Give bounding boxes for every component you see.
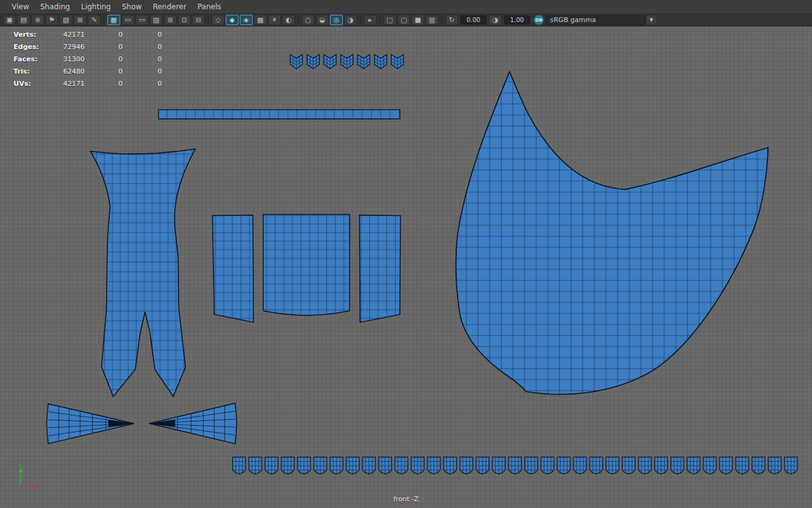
toolbar-separator xyxy=(360,16,361,24)
fringe-piece[interactable] xyxy=(232,457,245,475)
fringe-piece[interactable] xyxy=(460,457,473,475)
fringe-piece[interactable] xyxy=(249,457,262,475)
menu-item-renderer[interactable]: Renderer xyxy=(147,1,192,12)
safe-action-icon[interactable]: ⊡ xyxy=(178,15,191,25)
gate-mask-icon[interactable]: ▨ xyxy=(150,15,163,25)
pan-zoom-icon[interactable]: ⊞ xyxy=(74,15,86,25)
hud-row-label: UVs: xyxy=(13,78,53,90)
bookmark-icon[interactable]: ⚑ xyxy=(45,15,58,25)
fringe-piece[interactable] xyxy=(395,457,408,475)
fringe-piece[interactable] xyxy=(476,457,489,475)
ambient-occlusion-icon[interactable]: ○ xyxy=(302,15,315,25)
fringe-piece[interactable] xyxy=(557,457,570,475)
fringe-piece[interactable] xyxy=(411,457,424,475)
gamma-field[interactable] xyxy=(504,15,530,25)
grease-pencil-icon[interactable]: ✎ xyxy=(88,15,101,25)
fringe-piece[interactable] xyxy=(622,457,635,475)
menu-item-show[interactable]: Show xyxy=(117,1,147,12)
uv-fan-left[interactable] xyxy=(47,404,134,444)
uv-panel-right[interactable] xyxy=(359,215,400,323)
depth-of-field-icon[interactable]: ◑ xyxy=(344,15,357,25)
xray-icon[interactable]: □ xyxy=(383,15,396,25)
add-camera-icon[interactable]: ⊕ xyxy=(31,15,44,25)
uv-crescent-piece[interactable] xyxy=(456,72,768,394)
fringe-piece[interactable] xyxy=(297,457,310,475)
fringe-piece[interactable] xyxy=(492,457,505,475)
grid-toggle-icon[interactable]: ▦ xyxy=(107,15,120,25)
gamma-icon[interactable]: ◑ xyxy=(489,15,502,25)
select-camera-icon[interactable]: ▣ xyxy=(3,15,16,25)
fringe-piece[interactable] xyxy=(427,457,440,475)
fringe-piece[interactable] xyxy=(362,457,375,475)
chevron-piece[interactable] xyxy=(358,55,370,69)
fringe-piece[interactable] xyxy=(525,457,538,475)
motion-blur-icon[interactable]: ◒ xyxy=(316,15,329,25)
view-transform-dropdown[interactable]: sRGB gamma xyxy=(546,15,645,25)
toolbar-icon-groups: ▣▤⊕⚑▧⊞✎▦▭▭▨⊞⊡⊟◇◆◈▩☀◐○◒◎◑▸□▢■▥ xyxy=(2,15,439,25)
uv-strip-piece[interactable] xyxy=(159,110,400,119)
textured-icon[interactable]: ◈ xyxy=(240,15,253,25)
fringe-piece[interactable] xyxy=(606,457,619,475)
chevron-piece[interactable] xyxy=(375,55,387,69)
uv-dress-piece[interactable] xyxy=(91,149,196,396)
fringe-piece[interactable] xyxy=(703,457,716,475)
dropdown-arrow-icon[interactable]: ▼ xyxy=(646,15,657,25)
fringe-piece[interactable] xyxy=(265,457,278,475)
chevron-piece[interactable] xyxy=(324,55,336,69)
camera-icon[interactable]: ▤ xyxy=(17,15,30,25)
fringe-piece[interactable] xyxy=(314,457,327,475)
toolbar-separator xyxy=(298,16,299,24)
menu-item-panels[interactable]: Panels xyxy=(192,1,227,12)
menu-item-view[interactable]: View xyxy=(6,1,34,12)
wireframe-icon[interactable]: ◇ xyxy=(212,15,224,25)
chevron-piece[interactable] xyxy=(307,55,320,69)
fringe-piece[interactable] xyxy=(638,457,651,475)
uv-fan-right[interactable] xyxy=(150,403,237,444)
exposure-field[interactable] xyxy=(461,15,486,25)
color-management-badge[interactable]: GN xyxy=(534,15,544,25)
fringe-piece[interactable] xyxy=(573,457,586,475)
fringe-piece[interactable] xyxy=(736,457,749,475)
fringe-piece[interactable] xyxy=(752,457,765,475)
hud-row-col2: 0 xyxy=(85,66,123,78)
uv-panel-center[interactable] xyxy=(263,215,350,315)
fringe-piece[interactable] xyxy=(508,457,521,475)
film-gate-icon[interactable]: ▭ xyxy=(121,15,134,25)
fringe-piece[interactable] xyxy=(671,457,684,475)
fringe-piece[interactable] xyxy=(768,457,781,475)
texture-display-icon[interactable]: ▥ xyxy=(426,15,439,25)
hud-row-label: Faces: xyxy=(13,53,53,66)
fringe-piece[interactable] xyxy=(282,457,294,475)
multisample-icon[interactable]: ◎ xyxy=(330,15,343,25)
fringe-piece[interactable] xyxy=(379,457,392,475)
exposure-icon[interactable]: ↻ xyxy=(445,15,458,25)
fringe-piece[interactable] xyxy=(784,457,797,475)
shadows-icon[interactable]: ◐ xyxy=(282,15,295,25)
toolbar-separator xyxy=(380,16,380,24)
uv-panel-left[interactable] xyxy=(212,215,253,323)
material-icon[interactable]: ▩ xyxy=(254,15,267,25)
viewport[interactable]: Verts:4217100Edges:7294600Faces:3130000T… xyxy=(0,26,812,508)
field-chart-icon[interactable]: ⊞ xyxy=(164,15,177,25)
lights-icon[interactable]: ☀ xyxy=(268,15,281,25)
fringe-piece[interactable] xyxy=(347,457,359,475)
isolate-select-icon[interactable]: ▸ xyxy=(364,15,377,25)
resolution-gate-icon[interactable]: ▭ xyxy=(136,15,148,25)
menu-item-lighting[interactable]: Lighting xyxy=(75,1,117,12)
fringe-piece[interactable] xyxy=(654,457,667,475)
wireframe-on-shaded-icon[interactable]: ▢ xyxy=(397,15,410,25)
menu-item-shading[interactable]: Shading xyxy=(34,1,75,12)
safe-title-icon[interactable]: ⊟ xyxy=(192,15,205,25)
chevron-piece[interactable] xyxy=(290,55,302,69)
fringe-piece[interactable] xyxy=(590,457,603,475)
fringe-piece[interactable] xyxy=(719,457,732,475)
fringe-piece[interactable] xyxy=(330,457,343,475)
fringe-piece[interactable] xyxy=(687,457,700,475)
fringe-piece[interactable] xyxy=(541,457,554,475)
chevron-piece[interactable] xyxy=(341,55,353,69)
image-plane-icon[interactable]: ▧ xyxy=(59,15,72,25)
chevron-piece[interactable] xyxy=(391,55,404,69)
smooth-shade-icon[interactable]: ◆ xyxy=(226,15,239,25)
default-material-icon[interactable]: ■ xyxy=(412,15,424,25)
fringe-piece[interactable] xyxy=(443,457,456,475)
